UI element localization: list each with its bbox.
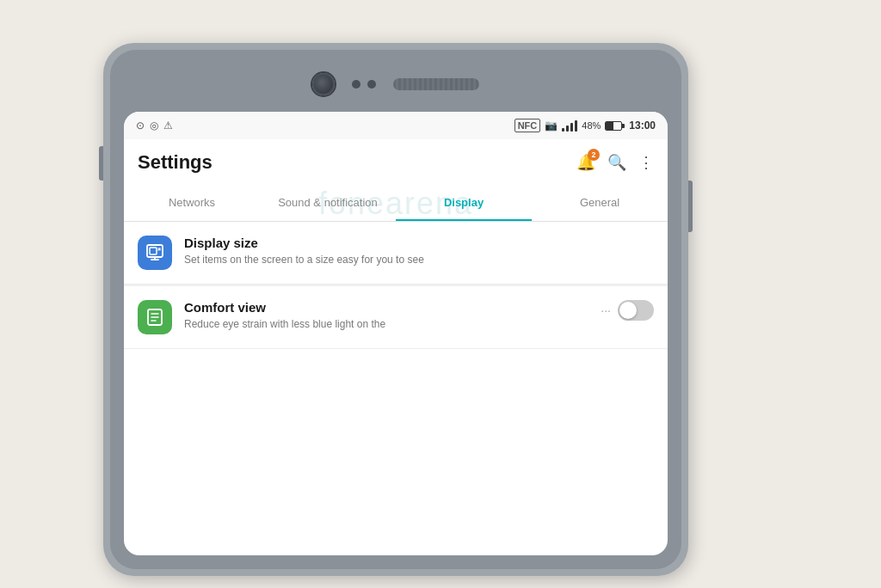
comfort-view-icon	[138, 300, 172, 334]
compass-icon: ⊙	[136, 119, 145, 132]
app-bar: Settings fonearena 🔔 2 🔍 ⋮	[124, 139, 668, 186]
circle-icon: ◎	[150, 119, 158, 132]
display-size-icon	[138, 236, 172, 270]
nfc-icon: NFC	[514, 119, 541, 132]
comfort-view-title: Comfort view	[184, 300, 588, 315]
speaker-grille	[393, 78, 479, 90]
search-button[interactable]: 🔍	[607, 153, 626, 172]
volume-button[interactable]	[99, 146, 103, 181]
status-left-icons: ⊙ ◎ ⚠	[136, 119, 173, 132]
display-size-title: Display size	[184, 236, 654, 250]
more-options-button[interactable]: ⋮	[638, 153, 654, 172]
tab-general[interactable]: General	[532, 186, 668, 221]
app-bar-icons: 🔔 2 🔍 ⋮	[576, 153, 654, 172]
app-title: Settings	[138, 151, 213, 174]
signal-bar-1	[562, 128, 564, 132]
tab-sound[interactable]: Sound & notification	[260, 186, 396, 221]
display-size-text: Display size Set items on the screen to …	[184, 236, 654, 267]
status-bar: ⊙ ◎ ⚠ NFC 📷 48%	[124, 112, 668, 139]
front-camera	[312, 73, 335, 95]
notification-badge: 2	[588, 149, 600, 161]
settings-item-display-size[interactable]: Display size Set items on the screen to …	[124, 222, 668, 285]
status-right-icons: NFC 📷 48%	[514, 119, 656, 132]
phone-top-bar	[110, 50, 681, 119]
settings-content: Display size Set items on the screen to …	[124, 222, 668, 349]
warning-icon: ⚠	[163, 119, 173, 132]
comfort-view-text: Comfort view Reduce eye strain with less…	[184, 300, 588, 332]
signal-bar-2	[566, 126, 569, 132]
signal-bars	[562, 120, 577, 132]
photo-icon: 📷	[545, 119, 558, 132]
comfort-view-more-button[interactable]: ···	[601, 303, 611, 317]
tab-display[interactable]: Display	[396, 186, 532, 221]
display-size-subtitle: Set items on the screen to a size easy f…	[184, 253, 654, 267]
settings-tabs: Networks Sound & notification Display Ge…	[124, 186, 668, 222]
phone-device: ⊙ ◎ ⚠ NFC 📷 48%	[103, 43, 688, 576]
notification-bell-button[interactable]: 🔔 2	[576, 153, 595, 172]
sensor-dot-1	[352, 80, 360, 89]
battery-icon	[605, 121, 625, 131]
tab-networks[interactable]: Networks	[124, 186, 260, 221]
comfort-view-actions: ···	[601, 300, 654, 321]
signal-bar-4	[575, 120, 577, 132]
scene: ⊙ ◎ ⚠ NFC 📷 48%	[0, 0, 881, 588]
battery-percent: 48%	[582, 120, 601, 131]
phone-inner: ⊙ ◎ ⚠ NFC 📷 48%	[110, 50, 681, 569]
comfort-view-toggle[interactable]	[618, 300, 654, 321]
sensors	[352, 80, 376, 89]
power-button[interactable]	[688, 181, 693, 232]
signal-bar-3	[570, 123, 573, 132]
svg-rect-1	[150, 248, 157, 254]
settings-item-comfort-view[interactable]: Comfort view Reduce eye strain with less…	[124, 286, 668, 349]
sensor-dot-2	[367, 80, 376, 89]
phone-screen: ⊙ ◎ ⚠ NFC 📷 48%	[124, 112, 668, 555]
toggle-knob	[619, 302, 637, 319]
comfort-view-subtitle: Reduce eye strain with less blue light o…	[184, 317, 588, 332]
clock: 13:00	[629, 119, 656, 132]
